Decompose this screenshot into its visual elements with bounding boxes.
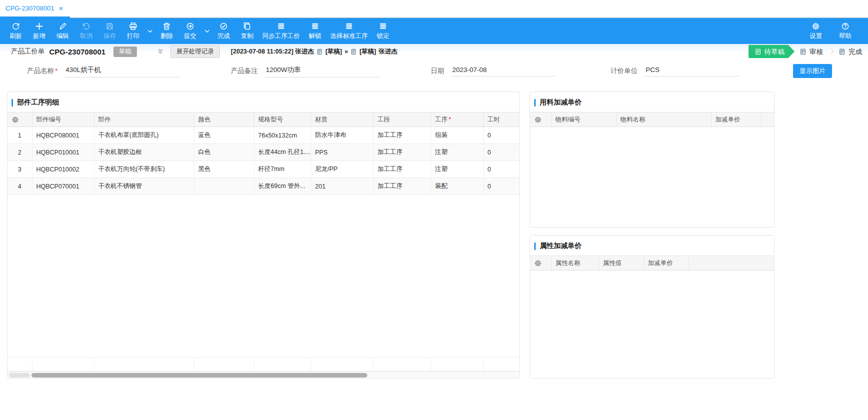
table-cell[interactable]: 加工工序 bbox=[373, 161, 431, 178]
empty-cell bbox=[431, 358, 483, 372]
table-cell[interactable]: 蓝色 bbox=[194, 127, 254, 144]
row-number-cell[interactable]: 4 bbox=[7, 178, 32, 195]
row-number-cell[interactable]: 1 bbox=[7, 127, 32, 144]
process-to-user: 张进杰 bbox=[379, 48, 398, 56]
table-cell[interactable]: 加工工序 bbox=[373, 178, 431, 195]
row-number-cell[interactable]: 2 bbox=[7, 144, 32, 161]
table-cell[interactable]: 干衣机布罩(底部圆孔) bbox=[94, 127, 194, 144]
table-cell[interactable]: 76x50x132cm bbox=[254, 127, 311, 144]
table-empty-area bbox=[7, 195, 519, 357]
scrollbar-corner-thumb[interactable] bbox=[9, 373, 30, 378]
toolbar-button[interactable]: 打印 bbox=[121, 18, 145, 44]
table-cell[interactable]: 尼龙/PP bbox=[311, 161, 373, 178]
table-cell[interactable]: 白色 bbox=[194, 144, 254, 161]
toolbar-button[interactable]: 锁定 bbox=[371, 18, 395, 44]
table-cell[interactable]: HQBCP080001 bbox=[32, 127, 94, 144]
table-row[interactable]: 4HQBCP070001干衣机不锈钢管长度69cm 管外...201加工工序装配… bbox=[7, 178, 519, 195]
title-accent-bar bbox=[534, 242, 536, 250]
column-header: 属性值 bbox=[599, 256, 644, 270]
horizontal-scrollbar[interactable] bbox=[7, 372, 519, 378]
help-icon bbox=[841, 22, 850, 30]
table-cell[interactable]: HQBCP010001 bbox=[32, 144, 94, 161]
table-row[interactable]: 2HQBCP010001干衣机塑胶边框白色长度44cm 孔径1....PPS加工… bbox=[7, 144, 519, 161]
copy-icon bbox=[243, 22, 251, 30]
dropdown-button[interactable] bbox=[202, 18, 212, 44]
table-cell[interactable]: 0 bbox=[483, 144, 519, 161]
table-cell[interactable]: 长度44cm 孔径1.... bbox=[254, 144, 311, 161]
required-marker: * bbox=[55, 67, 57, 74]
table-cell[interactable]: 注塑 bbox=[431, 144, 483, 161]
field-value-input[interactable]: 2023-07-08 bbox=[451, 65, 555, 76]
process-to-status: [草稿] bbox=[359, 48, 376, 56]
close-icon[interactable]: × bbox=[59, 4, 63, 12]
table-row[interactable]: 1HQBCP080001干衣机布罩(底部圆孔)蓝色76x50x132cm防水牛津… bbox=[7, 127, 519, 144]
column-header: 物料编号 bbox=[551, 112, 616, 127]
toolbar-button[interactable]: 编辑 bbox=[51, 18, 74, 44]
toolbar-button[interactable]: 新增 bbox=[27, 18, 51, 44]
toolbar-button[interactable]: 解锁 bbox=[303, 18, 327, 44]
submit-icon bbox=[186, 22, 194, 30]
column-header-label: 工段 bbox=[378, 116, 390, 123]
table-cell[interactable]: 干衣机不锈钢管 bbox=[94, 178, 194, 195]
list-icon bbox=[311, 22, 319, 30]
gear-icon bbox=[11, 116, 19, 124]
table-cell[interactable]: 0 bbox=[483, 178, 519, 195]
toolbar-button[interactable]: 保存 bbox=[98, 18, 121, 44]
toolbar-button[interactable]: 完成 bbox=[212, 18, 235, 44]
table-cell[interactable]: 加工工序 bbox=[373, 144, 431, 161]
parts-header-row: 部件编号部件颜色规格型号材质工段工序*工时 bbox=[7, 112, 519, 127]
table-cell[interactable] bbox=[194, 178, 254, 195]
document-icon bbox=[350, 48, 357, 55]
row-number-cell[interactable]: 3 bbox=[7, 161, 32, 178]
field-label: 产品备注 bbox=[231, 66, 258, 76]
parts-table: 部件编号部件颜色规格型号材质工段工序*工时 1HQBCP080001干衣机布罩(… bbox=[7, 112, 519, 195]
materials-table: 物料编号物料名称加减单价 bbox=[530, 112, 774, 127]
field-value-input[interactable]: 430L烘干机 bbox=[64, 64, 179, 78]
toolbar-button[interactable]: 取消 bbox=[74, 18, 98, 44]
table-cell[interactable]: HQBCP070001 bbox=[32, 178, 94, 195]
scrollbar-thumb[interactable] bbox=[31, 373, 367, 378]
table-cell[interactable]: 干衣机塑胶边框 bbox=[94, 144, 194, 161]
table-cell[interactable]: 干衣机万向轮(不带刹车) bbox=[94, 161, 194, 178]
table-cell[interactable]: 黑色 bbox=[194, 161, 254, 178]
show-image-button[interactable]: 显示图片 bbox=[793, 64, 832, 78]
document-header: 产品工价单 CPG-230708001 草稿 展开处理记录 [2023-07-0… bbox=[0, 44, 868, 59]
table-cell[interactable]: 组装 bbox=[431, 127, 483, 144]
table-cell[interactable]: 0 bbox=[483, 127, 519, 144]
toolbar-button[interactable]: 刷新 bbox=[4, 18, 27, 44]
stepper-step: 审核 bbox=[795, 45, 828, 58]
table-cell[interactable]: 注塑 bbox=[431, 161, 483, 178]
title-accent-bar bbox=[11, 99, 13, 106]
field-value-input[interactable]: 1200W功率 bbox=[265, 64, 380, 78]
step-label: 待草稿 bbox=[765, 47, 785, 56]
table-cell[interactable]: 0 bbox=[483, 161, 519, 178]
empty-cell bbox=[194, 358, 254, 372]
toolbar-button[interactable]: 提交 bbox=[178, 18, 202, 44]
table-cell[interactable]: 装配 bbox=[431, 178, 483, 195]
expand-history-button[interactable]: 展开处理记录 bbox=[170, 46, 220, 58]
document-tab[interactable]: CPG-230708001 × bbox=[0, 0, 70, 18]
dropdown-button[interactable] bbox=[145, 18, 155, 44]
toolbar-button[interactable]: 删除 bbox=[155, 18, 178, 44]
table-cell[interactable]: 加工工序 bbox=[373, 127, 431, 144]
attributes-header-row: 属性名称属性值加减单价 bbox=[530, 256, 774, 270]
toolbar-button[interactable]: 复制 bbox=[235, 18, 259, 44]
table-cell[interactable]: PPS bbox=[311, 144, 373, 161]
table-cell[interactable]: 杆径7mm bbox=[254, 161, 311, 178]
toolbar-button[interactable]: 设置 bbox=[804, 18, 828, 44]
toolbar-button[interactable]: 帮助 bbox=[834, 18, 857, 44]
materials-panel: 用料加减单价 物料编号物料名称加减单价 bbox=[530, 92, 775, 228]
table-cell[interactable]: HQBCP010002 bbox=[32, 161, 94, 178]
materials-panel-title: 用料加减单价 bbox=[530, 92, 774, 112]
table-cell[interactable]: 防水牛津布 bbox=[311, 127, 373, 144]
table-cell[interactable]: 长度69cm 管外... bbox=[254, 178, 311, 195]
table-row[interactable]: 3HQBCP010002干衣机万向轮(不带刹车)黑色杆径7mm尼龙/PP加工工序… bbox=[7, 161, 519, 178]
refresh-icon bbox=[11, 22, 20, 30]
toolbar-button[interactable]: 选择标准工序 bbox=[327, 18, 371, 44]
form-field: 计价单位PCS bbox=[611, 65, 740, 76]
toolbar-button[interactable]: 同步工序工价 bbox=[259, 18, 303, 44]
table-cell[interactable]: 201 bbox=[311, 178, 373, 195]
field-value-input[interactable]: PCS bbox=[645, 65, 740, 76]
double-chevron-down-icon[interactable] bbox=[157, 48, 164, 55]
document-icon bbox=[800, 48, 807, 55]
